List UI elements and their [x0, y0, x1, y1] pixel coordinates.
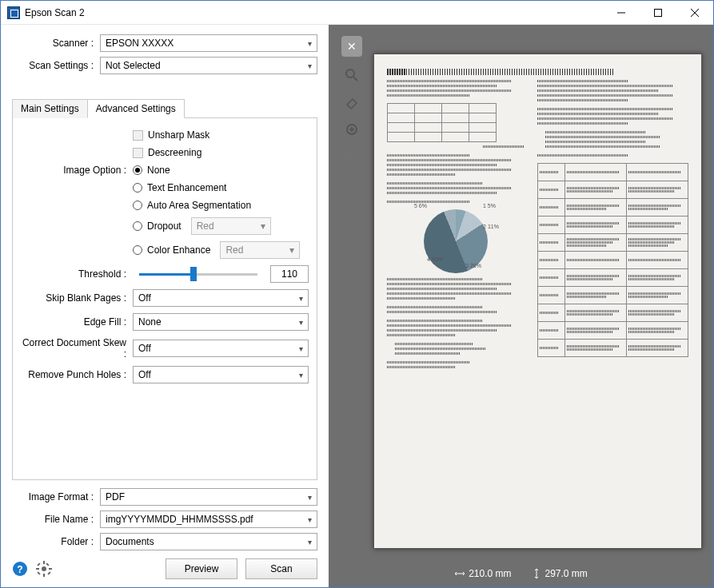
file-name-label: File Name : [12, 514, 100, 525]
svg-rect-8 [43, 574, 45, 577]
svg-rect-9 [36, 568, 39, 570]
color-enhance-select: Red▾ [220, 241, 300, 259]
tab-advanced-settings[interactable]: Advanced Settings [87, 99, 185, 118]
radio-color-enh-label: Color Enhance [147, 244, 210, 256]
scan-settings-value: Not Selected [106, 60, 161, 71]
radio-color-enhance[interactable] [133, 245, 142, 255]
scan-settings-label: Scan Settings : [12, 60, 100, 71]
skew-select[interactable]: Off▾ [133, 340, 309, 357]
image-option-label: Image Option : [21, 165, 133, 176]
help-icon[interactable]: ? [12, 561, 28, 577]
skip-blank-label: Skip Blank Pages : [21, 292, 133, 304]
doc-small-table [387, 103, 497, 142]
tab-main-settings[interactable]: Main Settings [12, 99, 88, 118]
close-preview-icon[interactable]: ✕ [341, 36, 362, 57]
preview-status-bar: 210.0 mm 297.0 mm [329, 568, 713, 579]
threshold-label: Threshold : [21, 268, 133, 280]
svg-rect-11 [37, 562, 40, 566]
svg-point-6 [42, 566, 46, 571]
descreening-label: Descreening [148, 147, 201, 158]
scanner-value: EPSON XXXXX [106, 38, 174, 49]
svg-line-16 [353, 77, 357, 81]
page-width: 210.0 mm [469, 568, 511, 579]
doc-pie-chart: 1 5% 2 11% 3 28% 4 50% 5 6% [424, 209, 488, 273]
scan-settings-select[interactable]: Not Selected ▾ [100, 57, 317, 74]
advanced-settings-body: Unsharp Mask Descreening Image Option : … [12, 118, 317, 480]
app-icon [7, 6, 20, 19]
svg-rect-10 [49, 568, 52, 570]
color-enhance-value: Red [225, 244, 243, 256]
gear-icon[interactable] [36, 561, 52, 577]
chevron-down-icon: ▾ [308, 39, 312, 48]
doc-heading [387, 69, 613, 75]
eraser-icon[interactable] [343, 93, 361, 111]
folder-select[interactable]: Documents▾ [100, 533, 317, 550]
svg-rect-21 [347, 152, 357, 161]
unsharp-mask-label: Unsharp Mask [148, 129, 209, 141]
radio-text-enhancement[interactable] [133, 183, 142, 193]
skip-blank-select[interactable]: Off▾ [133, 289, 309, 307]
image-format-select[interactable]: PDF▾ [100, 488, 317, 506]
svg-marker-17 [347, 99, 357, 109]
settings-panel: Scanner : EPSON XXXXX ▾ Scan Settings : … [1, 25, 329, 587]
svg-point-15 [346, 70, 354, 77]
svg-rect-1 [655, 9, 662, 16]
radio-dropout-label: Dropout [147, 220, 181, 232]
svg-rect-14 [37, 571, 40, 574]
scanner-select[interactable]: EPSON XXXXX ▾ [100, 34, 317, 52]
svg-rect-13 [46, 562, 49, 566]
edge-fill-select[interactable]: None▾ [133, 313, 309, 331]
mirror-icon[interactable] [343, 148, 361, 165]
scan-button[interactable]: Scan [245, 558, 317, 579]
file-name-select[interactable]: imgYYYYMMDD_HHMMSSSS.pdf▾ [100, 511, 317, 528]
radio-text-enh-label: Text Enhancement [147, 182, 226, 193]
threshold-value[interactable]: 110 [270, 265, 309, 283]
folder-label: Folder : [12, 536, 100, 547]
height-icon [531, 568, 542, 579]
minimize-button[interactable] [603, 1, 640, 25]
edge-fill-label: Edge Fill : [21, 316, 133, 328]
unsharp-mask-checkbox[interactable] [133, 130, 143, 141]
scanner-label: Scanner : [12, 38, 100, 49]
close-button[interactable] [676, 1, 713, 25]
skew-label: Correct Document Skew : [21, 337, 133, 360]
preview-document[interactable]: 1 5% 2 11% 3 28% 4 50% 5 6% [373, 54, 702, 549]
punch-holes-label: Remove Punch Holes : [21, 369, 133, 380]
preview-panel: ✕ [329, 25, 713, 587]
radio-none-label: None [147, 165, 170, 176]
dropout-color-value: Red [197, 220, 214, 232]
radio-none[interactable] [133, 165, 142, 175]
radio-auto-area-segmentation[interactable] [133, 201, 142, 210]
svg-text:?: ? [17, 564, 22, 575]
threshold-slider[interactable] [139, 273, 257, 276]
window-title: Epson Scan 2 [25, 7, 603, 18]
rotate-icon[interactable] [343, 121, 361, 138]
punch-holes-select[interactable]: Off▾ [133, 366, 309, 383]
svg-rect-7 [43, 561, 45, 564]
image-format-label: Image Format : [12, 491, 100, 503]
descreening-checkbox[interactable] [133, 148, 143, 158]
titlebar: Epson Scan 2 [1, 1, 713, 25]
page-height: 297.0 mm [545, 568, 588, 579]
preview-button[interactable]: Preview [166, 558, 237, 579]
radio-dropout[interactable] [133, 221, 142, 231]
radio-auto-seg-label: Auto Area Segmentation [147, 200, 251, 211]
width-icon [454, 568, 465, 579]
maximize-button[interactable] [640, 1, 676, 25]
dropout-color-select: Red▾ [191, 217, 271, 235]
chevron-down-icon: ▾ [308, 62, 312, 70]
svg-rect-12 [47, 571, 50, 574]
zoom-icon[interactable] [343, 66, 361, 84]
doc-large-table [537, 163, 688, 357]
